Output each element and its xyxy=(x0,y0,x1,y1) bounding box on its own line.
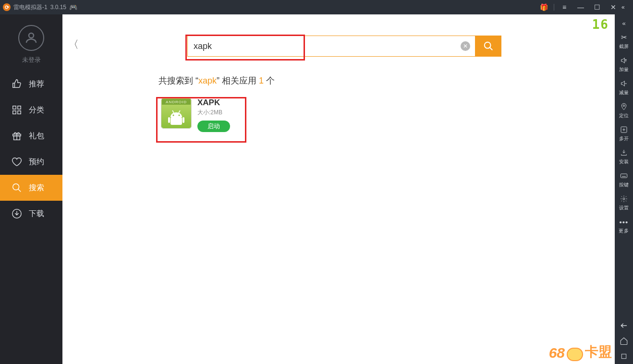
mascot-icon xyxy=(567,348,583,361)
app-icon: ANDROID xyxy=(161,98,192,129)
gift-box-icon xyxy=(12,131,22,141)
svg-point-11 xyxy=(179,115,180,116)
right-toolbar: « ✂截屏 加量 减量 定位 多开 安装 按键 设置 •••更多 xyxy=(615,14,633,364)
svg-rect-3 xyxy=(13,111,16,114)
home-icon xyxy=(620,336,628,346)
svg-rect-13 xyxy=(168,117,170,123)
titlebar: ⟳ 雷电模拟器-1 3.0.15 🎮 🎁 ≡ — ☐ ✕ « xyxy=(0,0,633,14)
results-summary: 共搜索到 “xapk” 相关应用 1 个 xyxy=(158,75,615,86)
sidebar-item-category[interactable]: 分类 xyxy=(0,97,62,123)
volume-down-icon xyxy=(620,79,628,88)
login-area[interactable]: 未登录 xyxy=(0,14,62,71)
gift-icon[interactable]: 🎁 xyxy=(536,0,552,14)
sidebar-item-recommend[interactable]: 推荐 xyxy=(0,71,62,97)
rb-settings[interactable]: 设置 xyxy=(615,191,633,214)
keyboard-icon xyxy=(620,171,628,181)
rb-volume-up[interactable]: 加量 xyxy=(615,53,633,76)
back-arrow-icon xyxy=(620,321,628,330)
scissors-icon: ✂ xyxy=(621,33,627,42)
launch-button[interactable]: 启动 xyxy=(197,121,230,132)
rb-multi[interactable]: 多开 xyxy=(615,122,633,145)
svg-point-17 xyxy=(623,105,624,106)
svg-line-16 xyxy=(179,110,180,113)
watermark: 68 卡盟 xyxy=(549,343,612,361)
nav-label: 推荐 xyxy=(29,79,44,89)
sidebar-item-search[interactable]: 搜索 xyxy=(0,175,62,201)
app-title: 雷电模拟器-1 xyxy=(13,3,48,12)
svg-rect-2 xyxy=(18,106,21,109)
menu-button[interactable]: ≡ xyxy=(556,0,572,14)
collapse-toolbar-button[interactable]: « xyxy=(615,16,633,30)
app-name: XAPK xyxy=(197,98,230,108)
nav-label: 分类 xyxy=(29,105,44,115)
rb-back[interactable] xyxy=(615,318,633,333)
minimize-button[interactable]: — xyxy=(572,0,589,14)
login-label: 未登录 xyxy=(22,56,41,64)
svg-rect-21 xyxy=(621,354,626,358)
svg-rect-1 xyxy=(13,106,16,109)
dots-icon: ••• xyxy=(620,217,629,227)
sidebar-item-reserve[interactable]: 预约 xyxy=(0,149,62,175)
left-sidebar: 未登录 推荐 分类 礼包 预约 搜索 下载 xyxy=(0,14,62,364)
clear-search-button[interactable]: ✕ xyxy=(461,41,470,51)
search-button[interactable] xyxy=(475,36,501,57)
sidebar-item-gift[interactable]: 礼包 xyxy=(0,123,62,149)
square-icon xyxy=(620,352,628,361)
thumbs-up-icon xyxy=(12,79,22,89)
collapse-right-icon[interactable]: « xyxy=(621,4,630,11)
maximize-button[interactable]: ☐ xyxy=(589,0,605,14)
gamepad-icon: 🎮 xyxy=(69,3,77,11)
rb-home[interactable] xyxy=(615,333,633,349)
search-icon xyxy=(12,182,22,193)
search-input[interactable] xyxy=(188,36,461,56)
svg-line-15 xyxy=(172,110,174,113)
nav-label: 礼包 xyxy=(29,131,44,141)
search-box: ✕ xyxy=(187,36,475,57)
nav-label: 下载 xyxy=(29,209,44,219)
nav-label: 搜索 xyxy=(29,183,44,193)
pin-icon xyxy=(620,102,628,111)
rb-volume-down[interactable]: 减量 xyxy=(615,76,633,99)
svg-point-0 xyxy=(29,33,34,38)
content-area: 〈 16 ✕ 共搜索到 “xapk” 相关应用 1 个 ANDROID xyxy=(62,14,615,364)
nav-label: 预约 xyxy=(29,157,44,167)
heart-icon xyxy=(12,157,22,167)
avatar-icon xyxy=(18,25,44,51)
grid-icon xyxy=(12,105,22,115)
svg-point-7 xyxy=(13,184,19,190)
rb-keymap[interactable]: 按键 xyxy=(615,168,633,191)
gear-icon xyxy=(620,194,628,204)
app-card[interactable]: ANDROID XAPK 大小:2MB 启动 xyxy=(161,98,615,132)
rb-screenshot[interactable]: ✂截屏 xyxy=(615,30,633,53)
svg-point-10 xyxy=(173,115,174,116)
svg-rect-14 xyxy=(183,117,184,123)
plus-box-icon xyxy=(620,125,628,134)
corner-badge: 16 xyxy=(592,17,609,32)
app-version: 3.0.15 xyxy=(50,4,66,11)
volume-up-icon xyxy=(620,56,628,65)
sidebar-item-download[interactable]: 下载 xyxy=(0,201,62,227)
svg-rect-12 xyxy=(170,117,182,125)
rb-locate[interactable]: 定位 xyxy=(615,99,633,122)
svg-rect-4 xyxy=(18,111,21,114)
rb-recent[interactable] xyxy=(615,349,633,364)
rb-more[interactable]: •••更多 xyxy=(615,214,633,237)
rb-install[interactable]: 安装 xyxy=(615,145,633,168)
app-icon-tag: ANDROID xyxy=(162,99,191,105)
app-size: 大小:2MB xyxy=(197,109,230,117)
brand-icon: ⟳ xyxy=(3,3,11,11)
download-icon xyxy=(12,208,22,219)
svg-point-20 xyxy=(623,198,625,200)
svg-point-9 xyxy=(485,42,491,49)
apk-install-icon xyxy=(620,148,628,158)
back-button[interactable]: 〈 xyxy=(68,37,79,52)
close-button[interactable]: ✕ xyxy=(605,0,621,14)
android-robot-icon xyxy=(166,108,186,127)
svg-rect-19 xyxy=(621,174,627,178)
